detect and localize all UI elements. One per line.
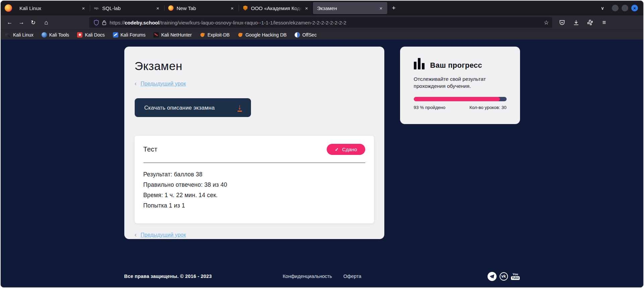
- bookmark-label: Kali Linux: [13, 32, 34, 38]
- tab-close-icon[interactable]: ×: [80, 4, 87, 12]
- url-bar[interactable]: https://codeby.school/training/view/kurs…: [89, 17, 552, 28]
- bookmark-star-icon[interactable]: ☆: [544, 19, 549, 26]
- chevron-left-icon: ‹: [135, 80, 137, 87]
- page-viewport: Экзамен ‹ Предыдущий урок Скачать описан…: [1, 40, 643, 287]
- copyright-text: Все права защищены. © 2016 - 2023: [124, 274, 212, 279]
- test-title: Тест: [143, 146, 158, 153]
- kali-dragon-icon: [5, 32, 11, 38]
- youtube-icon[interactable]: You Tube: [511, 272, 520, 281]
- bookmark-label: Kali NetHunter: [161, 32, 192, 38]
- browser-window: Kali Linux × SQL SQL-lab × New Tab × ООО…: [0, 0, 644, 288]
- extensions-puzzle-icon[interactable]: [586, 19, 594, 26]
- bookmark-label: Exploit-DB: [207, 32, 230, 38]
- test-result-card: Тест ✓ Сдано Результат: баллов 38 Правил…: [135, 136, 374, 223]
- progress-fill: [414, 97, 500, 101]
- bookmark-offsec[interactable]: OffSec: [295, 32, 317, 38]
- tab-close-icon[interactable]: ×: [229, 4, 236, 12]
- bookmark-kali-linux[interactable]: Kali Linux: [5, 32, 34, 38]
- tab-close-icon[interactable]: ×: [377, 4, 385, 12]
- chevron-left-icon: ‹: [135, 231, 137, 238]
- page-title: Экзамен: [135, 59, 374, 73]
- sql-favicon: SQL: [94, 5, 99, 11]
- tab-title: Экзамен: [317, 5, 377, 11]
- codeby-shield-favicon: [243, 5, 248, 11]
- tab-title: Kali Linux: [19, 5, 80, 11]
- download-exam-description-button[interactable]: Скачать описание экзамна ↓: [135, 98, 251, 117]
- tab-title: SQL-lab: [102, 5, 154, 11]
- tab-exam-active[interactable]: Экзамен ×: [313, 2, 387, 14]
- passed-badge: ✓ Сдано: [327, 144, 365, 155]
- menu-hamburger-icon[interactable]: ≡: [600, 19, 608, 26]
- forward-icon[interactable]: →: [16, 17, 26, 27]
- footer: Все права защищены. © 2016 - 2023 Конфид…: [124, 270, 520, 282]
- lock-icon[interactable]: [102, 20, 106, 25]
- pocket-icon[interactable]: [558, 19, 566, 26]
- back-icon[interactable]: ←: [5, 17, 15, 27]
- bookmark-label: Kali Tools: [49, 32, 69, 38]
- kali-tools-icon: [42, 32, 47, 38]
- result-correct: Правильно отвечено: 38 из 40: [143, 182, 365, 188]
- minimize-button[interactable]: [612, 5, 619, 11]
- tab-title: ООО «Академия Кодеба: [251, 5, 303, 11]
- bar-chart-icon: [414, 58, 425, 69]
- url-scheme: https://: [110, 20, 125, 25]
- bookmark-kali-tools[interactable]: Kali Tools: [42, 32, 69, 38]
- bookmark-label: Kali Forums: [121, 32, 146, 38]
- previous-lesson-link-bottom[interactable]: ‹ Предыдущий урок: [135, 231, 374, 238]
- url-path: /training/view/kurs-laquo-osnovy-linux-r…: [159, 20, 346, 25]
- progress-title: Ваш прогресс: [430, 61, 482, 69]
- result-attempt: Попытка 1 из 1: [143, 203, 365, 209]
- bookmark-kali-nethunter[interactable]: Kali NetHunter: [153, 32, 192, 38]
- firefox-favicon: [168, 5, 174, 11]
- youtube-text-top: You: [513, 273, 518, 276]
- maximize-button[interactable]: [622, 5, 628, 11]
- telegram-icon[interactable]: [488, 272, 497, 281]
- home-icon[interactable]: ⌂: [41, 17, 51, 27]
- new-tab-button[interactable]: +: [389, 3, 399, 13]
- privacy-link[interactable]: Конфиденциальность: [283, 274, 332, 279]
- tab-close-icon[interactable]: ×: [303, 4, 310, 12]
- previous-lesson-label[interactable]: Предыдущий урок: [141, 81, 186, 87]
- bookmarks-bar: Kali Linux Kali Tools Kali Docs Kali For…: [1, 30, 643, 40]
- tab-sql-lab[interactable]: SQL SQL-lab ×: [90, 2, 164, 14]
- reload-icon[interactable]: ↻: [28, 17, 38, 27]
- social-icons: vk You Tube: [488, 272, 520, 281]
- google-hacking-db-bird-icon: [238, 32, 243, 38]
- tab-new-tab[interactable]: New Tab ×: [164, 2, 239, 14]
- toolbar-right-icons: ≡: [558, 19, 608, 26]
- previous-lesson-label[interactable]: Предыдущий урок: [141, 232, 186, 238]
- exam-card: Экзамен ‹ Предыдущий урок Скачать описан…: [124, 47, 384, 239]
- download-arrow-icon: ↓: [238, 104, 242, 112]
- bookmark-kali-forums[interactable]: Kali Forums: [113, 32, 146, 38]
- close-button[interactable]: ×: [631, 5, 638, 11]
- divider: [143, 163, 365, 163]
- youtube-text-bottom: Tube: [511, 276, 520, 280]
- bookmark-label: Kali Docs: [85, 32, 105, 38]
- check-icon: ✓: [335, 147, 339, 152]
- offer-link[interactable]: Оферта: [343, 274, 362, 279]
- bookmark-kali-docs[interactable]: Kali Docs: [77, 32, 105, 38]
- bookmark-exploit-db[interactable]: Exploit-DB: [200, 32, 230, 38]
- list-all-tabs-icon[interactable]: ∨: [598, 5, 607, 11]
- tab-kali-linux[interactable]: Kali Linux ×: [15, 2, 90, 14]
- progress-bar: [414, 97, 507, 101]
- progress-percent-label: 93 % пройдено: [414, 105, 446, 110]
- bookmark-label: Google Hacking DB: [245, 32, 286, 38]
- tab-academy[interactable]: ООО «Академия Кодеба ×: [239, 2, 313, 14]
- previous-lesson-link-top[interactable]: ‹ Предыдущий урок: [135, 80, 374, 87]
- url-text: https://codeby.school/training/view/kurs…: [110, 20, 541, 25]
- tracking-shield-icon[interactable]: [94, 20, 99, 25]
- downloads-icon[interactable]: [572, 19, 580, 26]
- tab-title: New Tab: [177, 5, 229, 11]
- progress-description: Отслеживайте свой результат прохождения …: [414, 75, 494, 90]
- tab-close-icon[interactable]: ×: [154, 4, 162, 12]
- download-button-label: Скачать описание экзамна: [144, 105, 215, 111]
- result-score: Результат: баллов 38: [143, 172, 365, 177]
- passed-badge-label: Сдано: [342, 147, 357, 152]
- bookmark-google-hacking-db[interactable]: Google Hacking DB: [238, 32, 286, 38]
- url-host: codeby.school: [125, 20, 159, 25]
- vk-icon[interactable]: vk: [500, 272, 508, 281]
- firefox-icon: [5, 4, 12, 12]
- bookmark-label: OffSec: [302, 32, 317, 38]
- window-controls: ×: [612, 5, 638, 11]
